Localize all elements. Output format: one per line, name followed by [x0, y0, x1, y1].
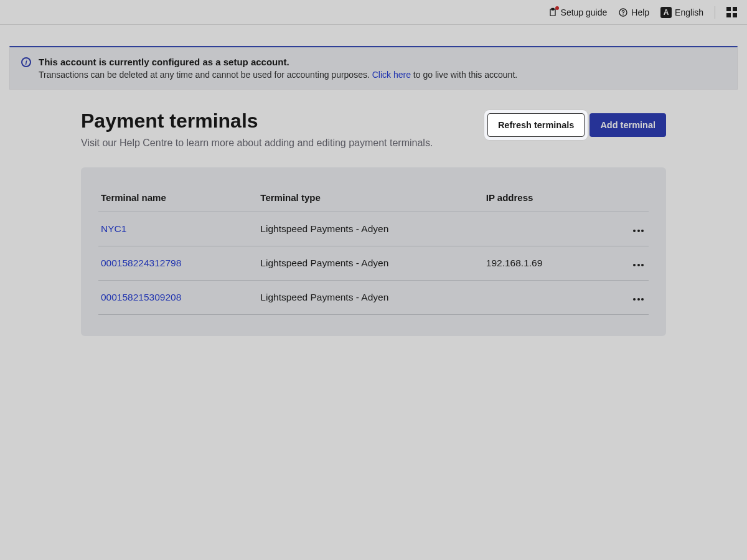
focus-highlight: Refresh terminals [484, 110, 588, 140]
row-actions-menu[interactable] [631, 261, 646, 269]
alert-title: This account is currently configured as … [39, 57, 517, 67]
divider [715, 6, 715, 19]
setup-guide-label: Setup guide [561, 7, 608, 17]
alert-go-live-link[interactable]: Click here [372, 70, 411, 80]
th-terminal-type: Terminal type [258, 186, 483, 212]
page-title: Payment terminals [81, 110, 433, 133]
terminal-name-link[interactable]: 000158215309208 [101, 292, 181, 302]
th-actions [604, 186, 649, 212]
row-actions-menu[interactable] [631, 227, 646, 235]
alert-body-prefix: Transactions can be deleted at any time … [39, 70, 372, 80]
row-actions-menu[interactable] [631, 296, 646, 303]
page-subtitle: Visit our Help Centre to learn more abou… [81, 138, 433, 149]
page-head-text: Payment terminals Visit our Help Centre … [81, 110, 433, 149]
setup-account-alert: i This account is currently configured a… [9, 46, 738, 90]
language-icon: A [660, 7, 672, 18]
table-row: 000158224312798 Lightspeed Payments - Ad… [98, 246, 649, 281]
terminal-name-link[interactable]: 000158224312798 [101, 258, 181, 268]
add-terminal-button[interactable]: Add terminal [590, 113, 666, 137]
notification-dot-icon [555, 6, 559, 10]
th-ip-address: IP address [484, 186, 604, 212]
setup-guide-link[interactable]: Setup guide [548, 7, 608, 17]
help-label: Help [631, 7, 649, 17]
table-row: NYC1 Lightspeed Payments - Adyen [98, 212, 649, 246]
terminal-type-cell: Lightspeed Payments - Adyen [258, 281, 483, 315]
page-main: Payment terminals Visit our Help Centre … [81, 110, 666, 361]
language-label: English [675, 7, 703, 17]
alert-body-suffix: to go live with this account. [411, 70, 517, 80]
refresh-terminals-button[interactable]: Refresh terminals [487, 113, 585, 137]
svg-point-3 [623, 14, 624, 14]
terminal-ip-cell [484, 212, 604, 246]
top-bar: Setup guide Help A English [0, 0, 747, 25]
terminal-ip-cell [484, 281, 604, 315]
table-row: 000158215309208 Lightspeed Payments - Ad… [98, 281, 649, 315]
info-icon: i [21, 57, 31, 67]
apps-icon[interactable] [726, 7, 737, 17]
svg-rect-1 [552, 8, 554, 10]
th-terminal-name: Terminal name [98, 186, 258, 212]
terminal-name-link[interactable]: NYC1 [101, 223, 126, 234]
alert-text: This account is currently configured as … [39, 57, 517, 80]
alert-subtext: Transactions can be deleted at any time … [39, 70, 517, 80]
terminal-type-cell: Lightspeed Payments - Adyen [258, 212, 483, 246]
clipboard-icon [548, 7, 558, 17]
help-icon [618, 7, 628, 17]
help-link[interactable]: Help [618, 7, 649, 17]
terminals-table: Terminal name Terminal type IP address N… [98, 186, 649, 315]
terminal-ip-cell: 192.168.1.69 [484, 246, 604, 281]
terminal-type-cell: Lightspeed Payments - Adyen [258, 246, 483, 281]
content-wrap: i This account is currently configured a… [0, 46, 747, 361]
terminals-card: Terminal name Terminal type IP address N… [81, 167, 666, 336]
language-switcher[interactable]: A English [660, 7, 703, 18]
table-header-row: Terminal name Terminal type IP address [98, 186, 649, 212]
